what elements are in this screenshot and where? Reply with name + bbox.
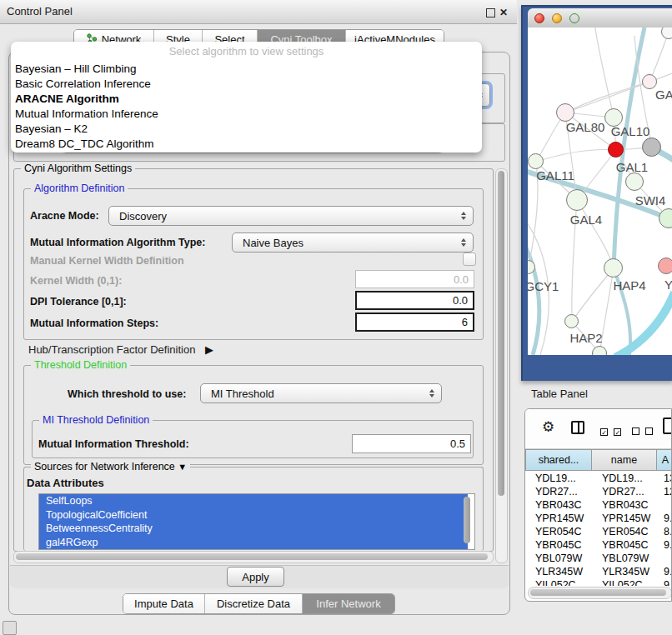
network-node-gal1[interactable] bbox=[608, 142, 624, 158]
deselect-all-columns-icon[interactable] bbox=[632, 423, 653, 438]
mi-threshold-field[interactable]: 0.5 bbox=[352, 434, 471, 453]
table-horizontal-scrollbar[interactable] bbox=[528, 587, 672, 599]
select-all-columns-icon[interactable]: ✓ ✓ bbox=[600, 423, 621, 438]
table-row[interactable]: YBL079WYBL079W bbox=[525, 552, 672, 566]
node-label-gal11: GAL11 bbox=[536, 168, 574, 182]
network-node-hap4[interactable] bbox=[604, 258, 623, 278]
zoom-window-button[interactable] bbox=[569, 13, 579, 23]
hub-section-toggle[interactable]: Hub/Transcription Factor Definition ▶ bbox=[28, 343, 213, 356]
tab-discretize-data-label: Discretize Data bbox=[217, 598, 290, 610]
table-row[interactable]: YBR045CYBR045C9. bbox=[525, 539, 672, 552]
which-threshold-label: Which threshold to use: bbox=[68, 388, 186, 400]
combo-stepper-icon bbox=[461, 212, 466, 220]
column-header-cut[interactable]: A bbox=[656, 449, 672, 471]
kernel-width-value: 0.0 bbox=[454, 273, 469, 286]
node-label-gal80: GAL80 bbox=[566, 120, 605, 134]
control-panel-title: Control Panel bbox=[7, 5, 73, 18]
file-export-icon[interactable] bbox=[663, 418, 672, 434]
network-canvas[interactable]: GAL GAL80 GAL10 GAL1 GAL11 SWI4 GAL4 GCY… bbox=[528, 28, 672, 355]
table-row[interactable]: YDL19...YDL19...13 bbox=[525, 472, 672, 486]
dropdown-item-mutual-information[interactable]: Mutual Information Inference bbox=[11, 107, 482, 122]
settings-horizontal-scrollbar-thumb[interactable] bbox=[16, 553, 488, 560]
list-scrollbar-thumb[interactable] bbox=[464, 497, 470, 543]
sources-title-wrap[interactable]: Sources for Network Inference ▼ bbox=[31, 461, 190, 472]
algorithm-dropdown-popup: Select algorithm to view settings Bayesi… bbox=[11, 42, 482, 152]
node-label-gal1: GAL1 bbox=[616, 160, 648, 174]
table-row[interactable]: YIL052CYIL052C9. bbox=[525, 579, 672, 586]
collapsed-panel-icon[interactable] bbox=[3, 621, 17, 635]
close-window-button[interactable] bbox=[534, 13, 544, 23]
network-node-gal11[interactable] bbox=[528, 153, 544, 169]
list-item-topologicalcoefficient[interactable]: TopologicalCoefficient bbox=[39, 508, 468, 522]
table-row[interactable]: YBR043CYBR043C bbox=[525, 499, 672, 512]
node-label-hap4: HAP4 bbox=[613, 278, 645, 292]
columns-layout-icon[interactable] bbox=[571, 421, 584, 434]
dpi-tolerance-field[interactable]: 0.0 bbox=[355, 291, 474, 310]
column-header-name[interactable]: name bbox=[591, 449, 657, 471]
control-panel-titlebar: Control Panel ✕ bbox=[0, 0, 517, 24]
dropdown-item-aracne[interactable]: ARACNE Algorithm bbox=[11, 92, 482, 107]
node-label-gal10: GAL10 bbox=[611, 124, 650, 138]
tab-impute-data[interactable]: Impute Data bbox=[123, 594, 205, 613]
list-item-betweennesscentrality[interactable]: BetweennessCentrality bbox=[39, 522, 468, 536]
node-label-gal4: GAL4 bbox=[570, 212, 602, 227]
apply-button-label: Apply bbox=[242, 571, 269, 583]
dpi-tolerance-value: 0.0 bbox=[453, 294, 468, 307]
node-label-y-cut: Y bbox=[664, 278, 672, 292]
tab-impute-data-label: Impute Data bbox=[134, 598, 193, 610]
dropdown-item-dream8[interactable]: Dream8 DC_TDC Algorithm bbox=[11, 137, 482, 152]
network-node-gray[interactable] bbox=[642, 138, 661, 157]
list-item-selfloops[interactable]: SelfLoops bbox=[39, 494, 468, 508]
dpi-tolerance-label: DPI Tolerance [0,1]: bbox=[30, 296, 127, 308]
table-row[interactable]: YLR345WYLR345W9. bbox=[525, 566, 672, 579]
minimize-window-button[interactable] bbox=[552, 13, 562, 23]
manual-kernel-checkbox[interactable] bbox=[463, 252, 476, 266]
node-label-gcy1: GCY1 bbox=[528, 279, 559, 293]
collapsed-arrow-icon: ▶ bbox=[205, 343, 213, 356]
settings-vertical-scrollbar[interactable] bbox=[495, 168, 508, 563]
network-node-swi4[interactable] bbox=[625, 172, 644, 191]
mi-type-combo[interactable]: Naive Bayes bbox=[232, 232, 474, 252]
mi-type-value: Naive Bayes bbox=[243, 237, 303, 249]
apply-button[interactable]: Apply bbox=[227, 567, 284, 587]
threshold-definition-title: Threshold Definition bbox=[31, 359, 130, 371]
data-attributes-label: Data Attributes bbox=[27, 477, 104, 489]
column-header-shared-name[interactable]: shared... bbox=[525, 449, 592, 471]
aracne-mode-label: Aracne Mode: bbox=[30, 210, 99, 222]
settings-vertical-scrollbar-thumb[interactable] bbox=[498, 171, 504, 496]
list-item-gal4rgexp[interactable]: gal4RGexp bbox=[39, 536, 468, 550]
network-node[interactable] bbox=[592, 346, 607, 355]
table-row[interactable]: YDR27...YDR27...12 bbox=[525, 486, 672, 499]
close-panel-icon[interactable]: ✕ bbox=[499, 8, 509, 18]
aracne-mode-combo[interactable]: Discovery bbox=[108, 206, 474, 226]
cyni-settings-title: Cyni Algorithm Settings bbox=[21, 162, 135, 174]
dropdown-item-bayesian-k2[interactable]: Bayesian – K2 bbox=[11, 122, 482, 137]
settings-horizontal-scrollbar[interactable] bbox=[13, 551, 494, 563]
mi-threshold-label: Mutual Information Threshold: bbox=[38, 438, 189, 450]
network-window-titlebar[interactable] bbox=[528, 8, 672, 28]
table-row[interactable]: YER054CYER054C8. bbox=[525, 526, 672, 539]
expanded-arrow-icon: ▼ bbox=[178, 462, 187, 472]
table-horizontal-scrollbar-thumb[interactable] bbox=[530, 589, 666, 596]
network-node-gal4[interactable] bbox=[566, 189, 588, 211]
network-node-gal80[interactable] bbox=[556, 103, 574, 122]
float-panel-icon[interactable] bbox=[486, 8, 495, 18]
mi-steps-label: Mutual Information Steps: bbox=[30, 318, 158, 329]
network-node-hap2[interactable] bbox=[564, 314, 579, 328]
tab-infer-network-label: Infer Network bbox=[316, 598, 380, 610]
combo-stepper-icon bbox=[461, 238, 466, 247]
gear-icon[interactable]: ⚙ bbox=[542, 420, 554, 434]
which-threshold-combo[interactable]: MI Threshold bbox=[200, 383, 442, 403]
tab-infer-network[interactable]: Infer Network bbox=[303, 594, 394, 613]
mi-type-label: Mutual Information Algorithm Type: bbox=[30, 237, 205, 248]
network-node-salmon[interactable] bbox=[658, 258, 672, 274]
table-row[interactable]: YPR145WYPR145W9. bbox=[525, 512, 672, 526]
mi-steps-field[interactable]: 6 bbox=[355, 312, 474, 332]
dropdown-item-basic-correlation[interactable]: Basic Correlation Inference bbox=[11, 77, 482, 92]
kernel-width-field[interactable]: 0.0 bbox=[355, 270, 474, 288]
tab-discretize-data[interactable]: Discretize Data bbox=[205, 594, 303, 613]
dropdown-item-bayesian-hill-climbing[interactable]: Bayesian – Hill Climbing bbox=[11, 62, 482, 77]
kernel-width-label: Kernel Width (0,1): bbox=[30, 275, 122, 287]
hub-section-label: Hub/Transcription Factor Definition bbox=[28, 343, 195, 356]
node-label-swi4: SWI4 bbox=[635, 193, 666, 208]
